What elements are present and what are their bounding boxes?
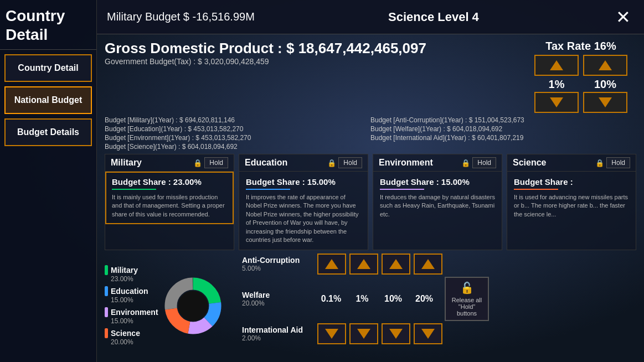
category-science: Science 🔒 Hold Budget Share : It is used… [507,154,636,250]
tax-up-2-btn[interactable] [583,55,627,76]
category-education-header: Education 🔒 Hold [239,154,368,172]
gdp-section: Gross Domestic Product : $ 18,647,442,46… [105,40,636,113]
content-area: Gross Domestic Product : $ 18,647,442,46… [97,34,644,362]
budget-line-education: Budget [Education](1Year) : $ 453,013,58… [105,125,370,133]
category-military-header: Military 🔒 Hold [105,154,234,172]
anti-up-3-btn[interactable] [414,254,442,275]
education-share-label: Budget Share : 15.00% [246,177,361,187]
slider-name-anticorruption: Anti-Corruption [242,256,314,265]
release-label: Release all"Hold" buttons [449,297,485,317]
slider-name-welfare: Welfare [242,291,314,299]
category-environment-name: Environment [379,158,433,168]
slider-row-intlaid: International Aid 2.00% [242,323,636,344]
slider-label-welfare: Welfare 20.00% [242,291,314,307]
slider-label-anticorruption: Anti-Corruption 5.00% [242,256,314,272]
environment-hold-btn[interactable]: Hold [472,157,496,168]
welfare-val-1: 1% [348,294,376,304]
legend-education: Education 15.00% [105,286,158,304]
military-budget-label: Military Budget [107,11,180,23]
welfare-val-0: 0.1% [317,294,345,304]
category-science-name: Science [513,158,546,168]
science-budget-share: Budget Share : It is used for advancing … [507,172,636,224]
education-hold-btn[interactable]: Hold [338,157,362,168]
bottom-section: Military 23.00% Education 15.00% [105,254,636,358]
sidebar-btn-budget-details[interactable]: Budget Details [4,118,92,146]
military-lock-icon: 🔒 [193,159,202,167]
budget-line-intlaid: Budget [International Aid](1Year) : $ 60… [370,134,636,142]
environment-lock-icon: 🔒 [461,159,470,167]
environment-underline [380,189,424,190]
tax-up-1-btn[interactable] [534,55,579,76]
budget-line-military: Budget [Military](1Year) : $ 694,620,811… [105,116,370,124]
legend-pct-environment: 15.00% [111,317,158,325]
tax-rate-box: Tax Rate 16% 1% 10% [525,40,636,113]
category-education: Education 🔒 Hold Budget Share : 15.00% I… [239,154,368,250]
anti-up-2-btn[interactable] [382,254,410,275]
budget-line-science: Budget [Science](1Year) : $ 604,018,094,… [105,143,370,151]
military-budget-info: Military Budget $ -16,516.99M [107,11,255,23]
science-hold-area: 🔒 Hold [595,157,630,168]
military-budget-value: $ -16,516.99M [183,11,255,23]
science-hold-btn[interactable]: Hold [606,157,630,168]
sidebar-title: CountryDetail [0,0,96,50]
main-panel: Military Budget $ -16,516.99M Science Le… [97,0,644,362]
category-science-header: Science 🔒 Hold [507,154,636,172]
category-education-name: Education [245,158,287,168]
legend-name-education: Education [111,287,148,296]
legend-dot-education [105,286,108,296]
military-budget-share: Budget Share : 23.00% It is mainly used … [105,172,234,224]
slider-pct-welfare: 20.00% [242,299,314,307]
gdp-subtitle: Government Budget(Tax) : $ 3,020,090,428… [105,57,426,66]
education-desc: It improves the rate of appearance of No… [246,193,361,244]
category-military-name: Military [111,158,142,168]
welfare-val-3: 20% [410,294,438,304]
tax-values: 1% 10% [525,78,636,91]
sidebar-btn-country-detail[interactable]: Country Detail [4,54,92,82]
tax-up-buttons [525,55,636,76]
category-military: Military 🔒 Hold Budget Share : 23.00% It… [105,154,234,250]
intlaid-down-1-btn[interactable] [349,323,378,344]
category-environment-header: Environment 🔒 Hold [373,154,502,172]
gdp-left: Gross Domestic Product : $ 18,647,442,46… [105,40,426,66]
legend-pct-science: 20.00% [111,338,158,346]
pie-chart [164,277,222,335]
environment-desc: It reduces the damage by natural disaste… [380,193,495,219]
legend-military: Military 23.00% [105,265,158,283]
categories-row: Military 🔒 Hold Budget Share : 23.00% It… [105,154,636,250]
military-hold-area: 🔒 Hold [193,157,228,168]
tax-down-2-btn[interactable] [583,92,627,113]
intlaid-down-2-btn[interactable] [382,323,410,344]
tax-down-1-btn[interactable] [534,92,579,113]
budget-line-anticorruption: Budget [Anti-Corruption](1Year) : $ 151,… [370,116,636,124]
welfare-val-2: 10% [379,294,407,304]
environment-hold-area: 🔒 Hold [461,157,496,168]
tax-val-2: 10% [583,78,627,91]
anti-up-0-btn[interactable] [317,254,346,275]
slider-name-intlaid: International Aid [242,325,314,334]
topbar: Military Budget $ -16,516.99M Science Le… [97,0,644,34]
education-budget-share: Budget Share : 15.00% It improves the ra… [239,172,368,250]
unlock-icon: 🔓 [460,281,474,294]
slider-row-anticorruption: Anti-Corruption 5.00% [242,254,636,275]
intlaid-down-0-btn[interactable] [317,323,346,344]
budget-col-2: Budget [Anti-Corruption](1Year) : $ 151,… [370,116,636,151]
budget-line-welfare: Budget [Welfare](1Year) : $ 604,018,094,… [370,125,636,133]
science-lock-icon: 🔒 [595,159,604,167]
environment-share-label: Budget Share : 15.00% [380,177,495,187]
education-underline [246,189,290,190]
military-hold-btn[interactable]: Hold [204,157,228,168]
sidebar-btn-national-budget[interactable]: National Budget [4,86,92,114]
education-lock-icon: 🔒 [327,159,336,167]
budget-col-1: Budget [Military](1Year) : $ 694,620,811… [105,116,370,151]
military-share-label: Budget Share : 23.00% [112,177,227,187]
intlaid-down-3-btn[interactable] [414,323,442,344]
slider-label-intlaid: International Aid 2.00% [242,325,314,342]
close-button[interactable]: ✕ [612,8,634,26]
legend-dot-environment [105,307,108,317]
legend-science: Science 20.00% [105,328,158,346]
release-hold-box[interactable]: 🔓 Release all"Hold" buttons [445,277,489,321]
pie-legend: Military 23.00% Education 15.00% [105,265,158,346]
anti-up-1-btn[interactable] [349,254,378,275]
legend-pct-education: 15.00% [111,296,158,304]
legend-environment: Environment 15.00% [105,307,158,325]
